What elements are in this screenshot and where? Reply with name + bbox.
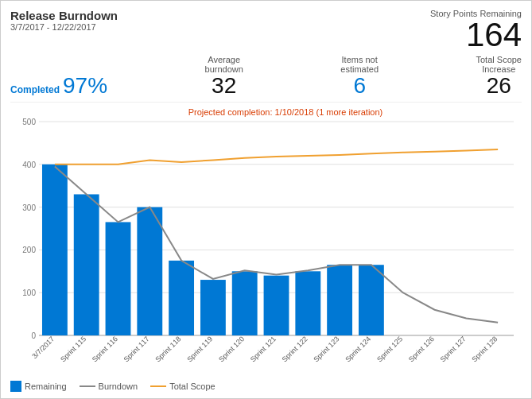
avg-burndown-label1: Average bbox=[208, 55, 240, 64]
svg-rect-15 bbox=[137, 207, 162, 335]
legend-scope-icon bbox=[150, 385, 166, 387]
svg-text:Sprint 120: Sprint 120 bbox=[217, 335, 246, 363]
legend-burndown-icon bbox=[80, 385, 95, 387]
svg-text:Sprint 127: Sprint 127 bbox=[439, 335, 468, 363]
svg-text:Sprint 115: Sprint 115 bbox=[59, 335, 87, 363]
legend-remaining-icon bbox=[10, 381, 21, 392]
svg-rect-13 bbox=[74, 194, 99, 335]
svg-text:500: 500 bbox=[22, 118, 36, 126]
svg-rect-16 bbox=[169, 261, 194, 335]
svg-text:Sprint 118: Sprint 118 bbox=[153, 335, 182, 363]
metrics-row: Completed 97% Average burndown 32 Items … bbox=[10, 55, 522, 103]
dashboard-container: Release Burndown 3/7/2017 - 12/22/2017 S… bbox=[0, 0, 532, 399]
svg-rect-14 bbox=[106, 222, 131, 335]
svg-text:Sprint 124: Sprint 124 bbox=[344, 335, 372, 363]
legend-burndown-label: Burndown bbox=[99, 382, 138, 391]
svg-rect-18 bbox=[232, 271, 258, 335]
date-range: 3/7/2017 - 12/22/2017 bbox=[10, 22, 118, 32]
projection-label: Projected completion: 1/10/2018 (1 more … bbox=[188, 107, 383, 117]
chart-area: Projected completion: 1/10/2018 (1 more … bbox=[10, 106, 522, 379]
legend-remaining: Remaining bbox=[10, 381, 67, 392]
svg-text:Sprint 116: Sprint 116 bbox=[91, 335, 119, 363]
svg-rect-12 bbox=[42, 165, 68, 335]
svg-text:300: 300 bbox=[22, 203, 36, 211]
total-scope-metric: Total Scope Increase 26 bbox=[476, 55, 522, 99]
svg-text:Sprint 122: Sprint 122 bbox=[281, 335, 309, 363]
legend-scope-label: Total Scope bbox=[169, 382, 215, 391]
header: Release Burndown 3/7/2017 - 12/22/2017 S… bbox=[10, 9, 522, 52]
svg-text:0: 0 bbox=[31, 331, 36, 340]
svg-text:Sprint 125: Sprint 125 bbox=[375, 335, 404, 363]
svg-text:Sprint 128: Sprint 128 bbox=[470, 335, 499, 363]
avg-burndown-value: 32 bbox=[212, 74, 236, 99]
svg-text:Sprint 119: Sprint 119 bbox=[185, 335, 214, 363]
svg-text:400: 400 bbox=[22, 161, 36, 169]
completed-metric: Completed 97% bbox=[10, 73, 107, 99]
svg-rect-19 bbox=[264, 275, 289, 335]
svg-text:100: 100 bbox=[22, 289, 36, 297]
legend-remaining-label: Remaining bbox=[25, 382, 67, 391]
legend-burndown: Burndown bbox=[80, 382, 138, 391]
chart-title: Release Burndown bbox=[10, 9, 118, 22]
completed-label: Completed bbox=[10, 84, 60, 95]
items-value: 6 bbox=[353, 74, 366, 99]
svg-rect-22 bbox=[359, 265, 384, 335]
svg-text:Sprint 123: Sprint 123 bbox=[312, 335, 340, 363]
story-points-value: 164 bbox=[466, 16, 522, 53]
items-not-estimated-metric: Items not estimated 6 bbox=[340, 55, 379, 99]
svg-rect-17 bbox=[200, 280, 226, 335]
avg-burndown-metric: Average burndown 32 bbox=[205, 55, 243, 99]
svg-text:Sprint 117: Sprint 117 bbox=[122, 335, 151, 363]
header-left: Release Burndown 3/7/2017 - 12/22/2017 bbox=[10, 9, 118, 32]
completed-value: 97% bbox=[63, 73, 107, 99]
scope-value: 26 bbox=[487, 74, 511, 99]
svg-text:Sprint 126: Sprint 126 bbox=[407, 335, 436, 363]
items-label1: Items not bbox=[342, 55, 378, 64]
svg-text:200: 200 bbox=[22, 246, 36, 254]
svg-rect-20 bbox=[295, 271, 320, 335]
legend: Remaining Burndown Total Scope bbox=[10, 381, 522, 392]
scope-label1: Total Scope bbox=[476, 55, 522, 64]
burndown-chart: 01002003004005003/7/2017Sprint 115Sprint… bbox=[10, 106, 522, 379]
svg-rect-21 bbox=[327, 265, 352, 335]
svg-text:Sprint 121: Sprint 121 bbox=[249, 335, 278, 363]
legend-total-scope: Total Scope bbox=[150, 382, 215, 391]
header-right: Story Points Remaining 164 bbox=[430, 9, 522, 52]
